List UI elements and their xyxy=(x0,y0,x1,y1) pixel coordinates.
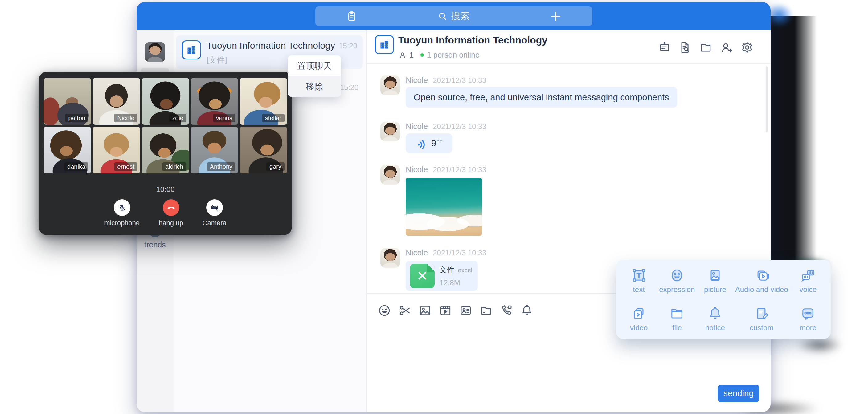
excel-file-icon: ✕ xyxy=(410,264,435,288)
participant-tile: gary xyxy=(240,127,287,173)
participant-name: stellar xyxy=(262,114,284,122)
participant-tile: zoie xyxy=(142,78,189,125)
feature-video[interactable]: video xyxy=(621,306,656,339)
top-bar: 搜索 xyxy=(136,2,771,30)
app-root: 搜索 trends xyxy=(0,0,868,414)
file-message-bubble[interactable]: ✕ 文件.excel 12.8M xyxy=(406,261,478,291)
folder-icon[interactable] xyxy=(479,304,493,317)
video-call-icon[interactable] xyxy=(500,304,513,317)
hang-up-button[interactable]: hang up xyxy=(159,199,183,227)
feature-label: picture xyxy=(704,285,726,294)
menu-item-remove[interactable]: 移除 xyxy=(288,76,341,97)
feature-label: voice xyxy=(799,285,816,294)
message-list[interactable]: Nicole 2021/12/3 10:33 Open source, free… xyxy=(367,64,771,293)
feature-label: Audio and video xyxy=(735,285,788,294)
voice-duration: 9`` xyxy=(431,138,443,149)
file-extension: .excel xyxy=(456,267,472,274)
feature-text[interactable]: text xyxy=(621,267,656,300)
chat-header: Tuoyun Information Technology 1 1 person… xyxy=(367,30,771,64)
hang-up-label: hang up xyxy=(159,219,183,227)
screenshot-scissors-icon[interactable] xyxy=(398,304,411,317)
microphone-label: microphone xyxy=(104,219,140,227)
feature-picture[interactable]: picture xyxy=(697,267,733,300)
participant-grid: patton Nicole zoie venus stellar danika … xyxy=(39,72,292,173)
feature-audio-video[interactable]: Audio and video xyxy=(733,267,790,300)
picture-icon[interactable] xyxy=(418,304,432,317)
sender-avatar[interactable] xyxy=(380,248,400,268)
search-placeholder: 搜索 xyxy=(451,10,470,23)
text-message-bubble[interactable]: Open source, free, and universal instant… xyxy=(406,87,677,107)
message-time: 2021/12/3 10:33 xyxy=(433,165,487,174)
scrollbar-thumb[interactable] xyxy=(766,66,768,132)
add-member-icon[interactable] xyxy=(720,41,733,54)
feature-notice[interactable]: notice xyxy=(697,306,733,339)
camera-button[interactable]: Camera xyxy=(203,199,226,227)
participant-name: danika xyxy=(64,162,89,171)
search-bar[interactable]: 搜索 xyxy=(315,6,592,26)
chat-record-search-icon[interactable] xyxy=(678,41,692,54)
file-folder-icon xyxy=(669,306,685,322)
notification-bell-icon[interactable] xyxy=(520,304,533,317)
message-row-voice: Nicole 2021/12/3 10:33 9`` xyxy=(380,122,487,153)
message-time: 2021/12/3 10:33 xyxy=(433,122,487,131)
contact-card-icon[interactable] xyxy=(459,304,472,317)
members-icon xyxy=(398,51,407,59)
voice-icon xyxy=(800,267,816,283)
participant-tile: stellar xyxy=(240,78,287,125)
notice-bell-icon xyxy=(707,306,723,322)
announcement-icon[interactable] xyxy=(658,41,671,54)
participant-tile: ernest xyxy=(93,127,140,173)
file-size: 12.8M xyxy=(439,279,472,287)
group-call-overlay: patton Nicole zoie venus stellar danika … xyxy=(39,72,292,235)
sender-avatar[interactable] xyxy=(380,165,400,185)
conversation-title: Tuoyun Information Technology xyxy=(207,40,335,51)
feature-more[interactable]: more xyxy=(790,306,826,339)
window-right-shadow xyxy=(771,16,817,261)
message-row-file: Nicole 2021/12/3 10:33 ✕ 文件.excel xyxy=(380,248,487,291)
sender-avatar[interactable] xyxy=(380,75,400,95)
participant-tile: Anthony xyxy=(191,127,238,173)
search-field[interactable]: 搜索 xyxy=(438,10,470,23)
chat-title: Tuoyun Information Technology xyxy=(398,34,548,46)
user-avatar[interactable] xyxy=(145,42,165,62)
emoji-icon[interactable] xyxy=(378,304,391,317)
feature-label: expression xyxy=(659,285,695,294)
expression-icon xyxy=(669,267,685,283)
participant-name: Anthony xyxy=(207,162,236,171)
video-clip-icon[interactable] xyxy=(439,304,452,317)
chat-subtitle: 1 1 person online xyxy=(398,51,479,59)
files-icon[interactable] xyxy=(699,41,713,54)
building-icon xyxy=(378,38,391,51)
microphone-button[interactable]: microphone xyxy=(104,199,140,227)
call-controls: microphone hang up xyxy=(39,199,292,227)
message-time: 2021/12/3 10:33 xyxy=(433,76,487,85)
blue-glow-decoration xyxy=(765,0,805,34)
participant-tile: patton xyxy=(44,78,91,125)
participant-name: aldrich xyxy=(162,162,186,171)
search-icon xyxy=(438,11,447,21)
feature-file[interactable]: file xyxy=(656,306,697,339)
feature-label: notice xyxy=(705,323,725,332)
notes-icon[interactable] xyxy=(345,10,358,24)
settings-gear-icon[interactable] xyxy=(740,41,754,54)
voice-message-bubble[interactable]: 9`` xyxy=(406,133,453,153)
send-button[interactable]: sending xyxy=(718,385,760,402)
text-icon xyxy=(631,267,647,283)
feature-expression[interactable]: expression xyxy=(656,267,697,300)
sender-name: Nicole xyxy=(406,122,428,131)
participant-name: ernest xyxy=(114,162,137,171)
more-icon xyxy=(800,306,816,322)
feature-custom[interactable]: custom xyxy=(733,306,790,339)
custom-edit-icon xyxy=(754,306,770,322)
sender-avatar[interactable] xyxy=(380,122,400,141)
feature-voice[interactable]: voice xyxy=(790,267,826,300)
menu-item-pin-chat[interactable]: 置顶聊天 xyxy=(288,56,341,76)
feature-label: more xyxy=(800,323,816,332)
message-row-text: Nicole 2021/12/3 10:33 Open source, free… xyxy=(380,75,677,107)
microphone-muted-icon xyxy=(118,203,127,212)
participant-tile: danika xyxy=(44,127,91,173)
call-duration: 10:00 xyxy=(39,185,292,194)
camera-muted-icon xyxy=(210,203,219,212)
add-icon[interactable] xyxy=(550,10,562,24)
image-message-beach[interactable] xyxy=(406,178,482,236)
